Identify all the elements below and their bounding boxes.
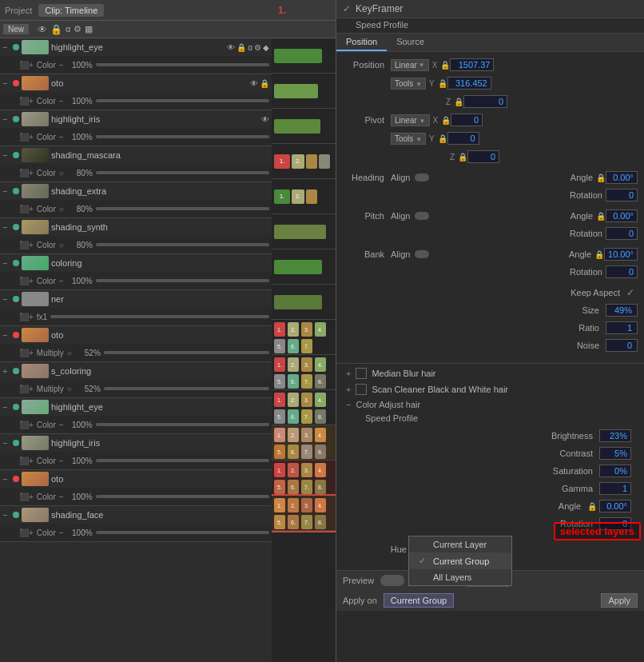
timeline-row[interactable] <box>272 285 336 320</box>
lock-icon[interactable]: 🔒 <box>596 173 606 182</box>
rotation-value[interactable]: 0 <box>599 517 631 530</box>
settings-icon[interactable]: ⚙ <box>254 43 261 52</box>
pivot-x-value[interactable]: 0 <box>451 114 483 126</box>
layer-collapse-btn[interactable]: − <box>2 114 10 124</box>
opacity-slider[interactable] <box>96 243 269 246</box>
timeline-row[interactable]: 1. 2. 3. 4. 5. 6. 7. 8. 9. <box>272 496 336 531</box>
timeline-block[interactable] <box>306 154 317 169</box>
opacity-slider[interactable] <box>96 495 269 498</box>
layer-header[interactable]: − highlight_eye <box>0 398 272 416</box>
opacity-slider[interactable] <box>96 63 269 66</box>
effect-toggle-checkbox[interactable] <box>356 368 367 379</box>
dropdown-menu-item-current-group[interactable]: ✓ Current Group <box>409 552 511 569</box>
lock-icon[interactable]: 🔒 <box>237 43 246 52</box>
timeline-block[interactable] <box>319 154 330 169</box>
linear-dropdown-btn[interactable]: Linear ▼ <box>391 59 429 71</box>
saturation-value[interactable]: 0% <box>599 465 631 477</box>
lock-icon[interactable]: 🔒 <box>596 212 606 221</box>
layer-header[interactable]: − shading_face <box>0 506 272 524</box>
layer-header[interactable]: − ner <box>0 290 272 308</box>
opacity-slider[interactable] <box>96 279 269 282</box>
lock-icon[interactable]: 🔒 <box>438 79 447 88</box>
eye-icon[interactable]: 👁 <box>250 79 258 88</box>
pivot-z-value[interactable]: 0 <box>467 150 499 163</box>
heading-angle-value[interactable]: 0.00° <box>606 171 638 184</box>
tab-position[interactable]: Position <box>336 34 387 51</box>
pivot-y-value[interactable]: 0 <box>447 132 479 145</box>
dropdown-menu-item-current-layer[interactable]: Current Layer <box>409 536 511 552</box>
new-layer-button[interactable]: New <box>3 24 29 34</box>
minus-icon[interactable]: − <box>59 61 64 70</box>
dropdown-menu-item-all-layers[interactable]: All Layers <box>409 569 511 585</box>
timeline-row[interactable]: 1. 2. 3. 4. 5. 6. 7. 8. <box>272 355 336 390</box>
effect-expand-icon[interactable]: + <box>346 385 351 394</box>
speed-profile-label[interactable]: Speed Profile <box>356 20 408 30</box>
lock-icon[interactable]: 🔒 <box>440 61 450 70</box>
noise-value[interactable]: 0 <box>606 339 638 352</box>
layer-header[interactable]: − oto 👁 🔒 <box>0 74 272 92</box>
lock-icon[interactable]: 🔒 <box>587 502 597 511</box>
layer-collapse-btn[interactable]: − <box>2 474 10 484</box>
position-y-value[interactable]: 316.452 <box>447 77 491 90</box>
opacity-slider[interactable] <box>96 99 269 102</box>
opacity-slider[interactable] <box>96 423 269 426</box>
eye-icon[interactable]: 👁 <box>261 115 269 124</box>
timeline-block[interactable] <box>274 295 322 309</box>
pivot-linear-btn[interactable]: Linear ▼ <box>391 114 430 126</box>
layer-header[interactable]: − highlight_iris 👁 <box>0 110 272 128</box>
keyframe-icon[interactable]: ◆ <box>263 43 269 52</box>
timeline-block[interactable] <box>306 189 317 204</box>
timeline-row[interactable] <box>272 38 336 74</box>
lock-icon[interactable]: 🔒 <box>50 24 62 35</box>
opacity-slider[interactable] <box>96 531 269 534</box>
layer-header[interactable]: − highlight_eye 👁 🔒 α ⚙ ◆ <box>0 38 272 56</box>
gamma-value[interactable]: 1 <box>599 482 631 495</box>
timeline-block[interactable] <box>274 260 322 274</box>
timeline-row[interactable]: 1. 2. <box>272 179 336 214</box>
pitch-align-toggle[interactable] <box>415 212 429 220</box>
effect-toggle-checkbox[interactable] <box>356 384 367 395</box>
timeline-row[interactable]: 1. 2. 3. 4. 5. 6. 7. 8. 9. <box>272 390 336 425</box>
preview-toggle[interactable] <box>380 575 404 586</box>
minus-icon[interactable]: − <box>59 97 64 106</box>
angle-value[interactable]: 0.00° <box>599 500 631 512</box>
eye-icon[interactable]: 👁 <box>227 43 235 52</box>
timeline-row[interactable] <box>272 109 336 144</box>
minus-icon[interactable]: − <box>59 133 64 142</box>
layer-header[interactable]: − oto <box>0 326 272 344</box>
opacity-slider[interactable] <box>96 207 269 210</box>
lock-icon[interactable]: 🔒 <box>458 153 467 162</box>
bank-angle-value[interactable]: 10.00° <box>604 248 638 261</box>
layer-collapse-btn[interactable]: − <box>2 258 10 268</box>
effect-expand-icon[interactable]: + <box>346 369 351 378</box>
position-z-value[interactable]: 0 <box>463 95 507 108</box>
lock-icon[interactable]: 🔒 <box>441 116 451 125</box>
layer-collapse-btn[interactable]: − <box>2 510 10 520</box>
settings-icon[interactable]: ⚙ <box>74 24 81 35</box>
speed-profile-label[interactable]: Speed Profile <box>365 413 418 423</box>
lock-icon[interactable]: 🔒 <box>594 250 604 259</box>
apply-button[interactable]: Apply <box>601 593 638 608</box>
contrast-value[interactable]: 5% <box>599 447 631 460</box>
heading-align-toggle[interactable] <box>415 173 429 181</box>
timeline-row[interactable] <box>272 214 336 249</box>
opacity-slider[interactable] <box>96 171 269 174</box>
layer-header[interactable]: − shading_extra <box>0 182 272 200</box>
timeline-block[interactable] <box>274 225 326 239</box>
layer-collapse-btn[interactable]: − <box>2 150 10 160</box>
lock-icon[interactable]: 🔒 <box>454 98 463 106</box>
minus-icon[interactable]: − <box>59 421 64 429</box>
pitch-rotation-value[interactable]: 0 <box>606 227 638 240</box>
eye-icon[interactable]: 👁 <box>38 24 47 35</box>
minus-icon[interactable]: − <box>59 493 64 501</box>
layer-collapse-btn[interactable]: − <box>2 186 10 196</box>
tab-source[interactable]: Source <box>387 34 434 51</box>
timeline-row[interactable]: 1. 2. 3. 4. 5. 6. 7. <box>272 320 336 355</box>
opacity-slider[interactable] <box>96 135 269 138</box>
brightness-value[interactable]: 23% <box>599 429 631 442</box>
effect-expand-icon[interactable]: − <box>346 400 351 409</box>
layer-collapse-btn[interactable]: + <box>2 366 10 376</box>
timeline-row[interactable]: 1. 2. 3. 4. 5. 6. 7. 8. 9. <box>272 461 336 496</box>
layer-collapse-btn[interactable]: − <box>2 222 10 232</box>
layer-header[interactable]: − shading_mascara <box>0 146 272 164</box>
